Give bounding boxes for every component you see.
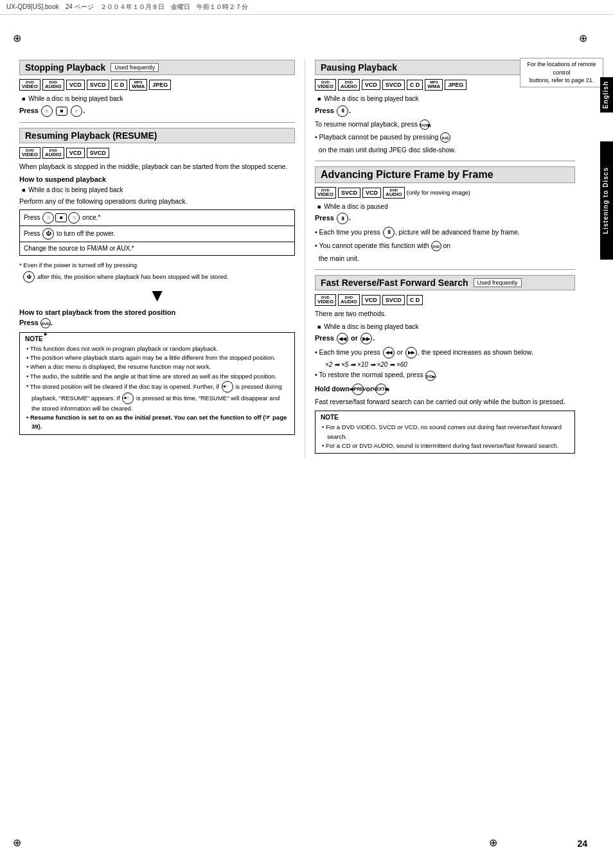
pause-btn: ⏸ — [337, 105, 348, 117]
fs-dvd-audio-badge: DVD AUDIO — [338, 294, 360, 306]
r-svcd-badge: SVCD — [87, 148, 109, 158]
fast-search-note-box: NOTE For a DVD VIDEO, SVCD or VCD, no so… — [315, 411, 575, 454]
stop-btn-square: ■ — [56, 107, 67, 116]
fast-search-disc-badges: DVD VIDEO DVD AUDIO VCD SVCD C D — [315, 294, 575, 306]
p-vcd-badge: VCD — [362, 80, 380, 90]
note-item-5: The stored position will be cleared if t… — [25, 381, 289, 413]
press-stop-l: ○ — [42, 212, 54, 224]
fs-ffwd-inline: ▶▶ — [405, 347, 417, 359]
r-dvd-audio-badge: DVD AUDIO — [42, 147, 64, 159]
language-side-label: English — [600, 77, 613, 112]
mp3-wma-badge: MP3 WMA — [129, 79, 147, 91]
advancing-bullet1: While a disc is paused — [315, 202, 575, 212]
listening-side-label: Listening to Discs — [600, 141, 613, 260]
speed-multiplier-line: ×2 ➡ ×5 ➡ ×10 ➡ ×20 ➡ ×60 — [325, 361, 575, 368]
p-svcd-badge: SVCD — [382, 80, 405, 90]
resuming-disc-badges: DVD VIDEO DVD AUDIO VCD SVCD — [19, 147, 295, 159]
fs-note-title: NOTE — [321, 414, 569, 421]
corner-mark-tr: ⊕ — [579, 32, 587, 44]
fast-search-heading: Fast Reverse/Fast Forward Search Used fr… — [315, 275, 575, 290]
table-row: Press ○■○ once.* — [20, 209, 295, 226]
sep2 — [315, 161, 575, 161]
corner-mark-bl: ⊕ — [13, 837, 21, 849]
stopping-disc-badges: DVD VIDEO DVD AUDIO VCD SVCD C D MP3 WMA… — [19, 79, 295, 91]
note-item-6: Resume function is set to on as the init… — [25, 413, 289, 432]
resuming-playback-title: Resuming Playback (RESUME) — [25, 130, 157, 141]
advancing-frame-title: Advancing Picture Frame by Frame — [321, 169, 493, 181]
file-info-bar: UX-QD9[US].book 24 ページ ２００４年１０月８日 金曜日 午前… — [0, 0, 613, 15]
table-row: Change the source to FM/AM or AUX.* — [20, 242, 295, 255]
advancing-disc-badges: DVD VIDEO SVCD VCD DVD AUDIO (only for m… — [315, 187, 575, 199]
prev-btn: ⏮PREV — [352, 384, 364, 395]
vcd-badge: VCD — [66, 80, 85, 90]
press-stop-sq: ■ — [55, 213, 67, 222]
right-column: Pausing Playback DVD VIDEO DVD AUDIO VCD… — [305, 60, 591, 457]
table-row: Press ⏻ to turn off the power. — [20, 226, 295, 242]
advancing-note1: • Each time you press ⏸, picture will be… — [315, 227, 575, 238]
note-item-4: The audio, the subtitle and the angle at… — [25, 372, 289, 381]
p-mp3-wma-badge: MP3 WMA — [425, 79, 443, 91]
hold-down-line: Hold down ⏮PREV or NEXT⏭. — [315, 384, 575, 395]
suspend-heading: How to suspend playback — [19, 175, 295, 183]
note-title: NOTE — [25, 335, 289, 342]
af-dvd-video-badge: DVD VIDEO — [315, 187, 336, 199]
p-jpeg-badge: JPEG — [445, 80, 466, 90]
fs-dvd-play-btn: DVD▶ — [425, 371, 436, 381]
advancing-press-text: Press ⏸. — [315, 213, 575, 224]
fs-rewind-inline: ◀◀ — [383, 347, 395, 359]
asterisk-note: * Even if the power is turned off by pre… — [19, 261, 295, 270]
resume-options-table: Press ○■○ once.* Press ⏻ to turn off the… — [19, 209, 295, 256]
r-vcd-badge: VCD — [66, 148, 85, 158]
advancing-frame-heading: Advancing Picture Frame by Frame — [315, 166, 575, 183]
dvd-play-btn: DVD▶ — [40, 318, 51, 328]
suspend-bullet: While a disc is being played back — [19, 185, 295, 195]
table-cell-3: Change the source to FM/AM or AUX.* — [20, 242, 295, 255]
table-cell-1: Press ○■○ once.* — [20, 209, 295, 226]
remote-control-note: For the locations of remote control butt… — [520, 58, 603, 87]
fast-search-speed-note1: • Each time you press ◀◀ or ▶▶, the spee… — [315, 347, 575, 359]
fs-vcd-badge: VCD — [362, 295, 380, 305]
ffwd-btn: ▶▶ — [360, 333, 372, 344]
fast-search-bullet1: While a disc is being played back — [315, 322, 575, 332]
table-cell-2: Press ⏻ to turn off the power. — [20, 226, 295, 242]
note-item-2: The position where playback starts again… — [25, 353, 289, 362]
fast-search-desc: There are two methods. — [315, 309, 575, 319]
next-btn: NEXT⏭ — [375, 384, 387, 395]
pausing-dvd-btn: DVD▶ — [420, 120, 430, 130]
pausing-note1-cont: on the main unit during JPEG disc slide-… — [315, 145, 575, 155]
sep3 — [315, 269, 575, 270]
dvd-video-badge: DVD VIDEO — [19, 79, 40, 91]
suspend-desc: Perform any of the following operations … — [19, 197, 295, 207]
fast-search-used-frequently-badge: Used frequently — [474, 278, 522, 287]
pausing-resume-line: To resume normal playback, press DVD▶. — [315, 120, 575, 130]
fs-dvd-video-badge: DVD VIDEO — [315, 294, 336, 306]
jpeg-badge: JPEG — [149, 80, 171, 90]
af-dvd-icon: DVD — [431, 241, 441, 251]
stop-btn-left: ○ — [41, 105, 53, 117]
fast-search-title: Fast Reverse/Fast Forward Search — [321, 278, 468, 288]
af-disc-note: (only for moving image) — [407, 188, 470, 197]
cd-badge: C D — [111, 80, 128, 90]
af-dvd-audio-badge: DVD AUDIO — [383, 187, 405, 199]
note-item-1: This function does not work in program p… — [25, 344, 289, 353]
fs-note-item-2: For a CD or DVD AUDIO, sound is intermit… — [321, 441, 569, 450]
file-info-text: UX-QD9[US].book 24 ページ ２００４年１０月８日 金曜日 午前… — [6, 3, 248, 10]
stopping-press-text: Press ○ ■ ○. — [19, 105, 295, 117]
stop-btn-right: ○ — [71, 105, 82, 117]
hold-note: Fast reverse/fast forward search can be … — [315, 397, 575, 407]
inline-stop-btn2: ○■○ — [122, 393, 134, 404]
press-stop-r: ○ — [68, 212, 80, 224]
note-item-3: When a disc menu is displayed, the resum… — [25, 362, 289, 371]
stopping-used-frequently-badge: Used frequently — [111, 63, 159, 72]
sep1 — [19, 122, 295, 123]
rewind-btn: ◀◀ — [337, 333, 348, 344]
corner-mark-tl: ⊕ — [13, 32, 21, 44]
arrow-down-indicator: ▼ — [19, 287, 295, 305]
pausing-note1: • Playback cannot be paused by pressing … — [315, 132, 575, 143]
start-press-text: Press DVD▶. — [19, 318, 295, 328]
corner-mark-br: ⊕ — [489, 837, 497, 849]
af-pause-inline: ⏸ — [383, 227, 395, 238]
advancing-note2: • You cannot operate this function with … — [315, 241, 575, 251]
page-number: 24 — [577, 838, 587, 849]
start-playback-heading: How to start playback from the stored po… — [19, 308, 295, 316]
